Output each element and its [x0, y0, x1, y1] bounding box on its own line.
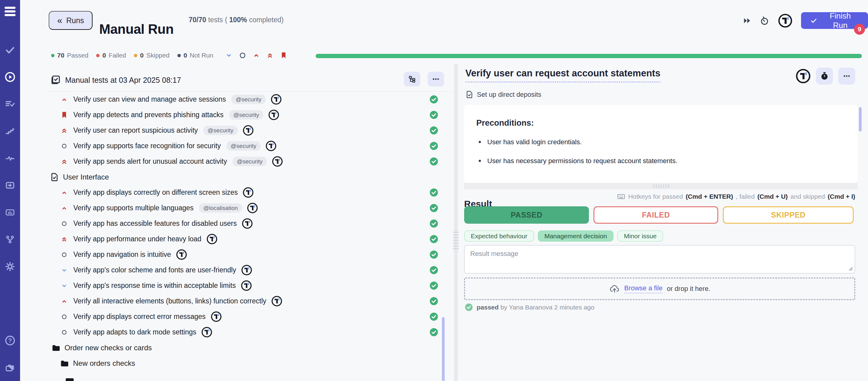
run-title: Manual tests at 03 Apr 2025 08:17	[65, 76, 181, 85]
passed-check-icon	[429, 297, 438, 306]
preconditions-scrollbar[interactable]	[859, 107, 862, 131]
priority-low-filter-icon[interactable]	[225, 51, 233, 60]
stat-passed: 70Passed	[51, 52, 88, 59]
time-tracking-button[interactable]	[816, 68, 833, 85]
back-to-runs-button[interactable]: « Runs	[49, 11, 93, 30]
test-list-scrollbar[interactable]	[442, 317, 445, 381]
panel-resize-handle[interactable]	[453, 230, 459, 251]
folder-row[interactable]: New orders checks	[45, 355, 454, 371]
priority-icon	[60, 143, 69, 150]
detail-more-button[interactable]	[838, 68, 855, 85]
notification-badge[interactable]: 9	[854, 24, 865, 35]
tag-badge[interactable]: @security	[229, 110, 264, 120]
test-row[interactable]: Verify app adapts to dark mode settings	[45, 324, 454, 340]
milestones-steps-icon[interactable]	[5, 126, 16, 137]
priority-icon	[60, 298, 69, 305]
test-row[interactable]: Verify app detects and prevents phishing…	[45, 107, 454, 123]
folder-icon	[51, 343, 60, 352]
passed-check-icon	[429, 141, 438, 150]
play-circle-icon[interactable]	[5, 71, 16, 83]
tag-badge[interactable]: @localisation	[199, 203, 242, 213]
testops-logo-icon[interactable]	[778, 13, 793, 28]
folder-row[interactable]: Order new checks or cards	[45, 340, 454, 355]
tag-badge[interactable]: @security	[203, 126, 238, 135]
precondition-item: User has valid login credentials.	[476, 138, 845, 146]
detail-actions	[788, 68, 855, 85]
test-title: Verify app's color scheme and fonts are …	[73, 266, 236, 274]
priority-filter-bar	[225, 51, 288, 60]
group-by-suite-button[interactable]	[404, 72, 420, 87]
test-title: Verify user can view and manage active s…	[73, 95, 226, 103]
projects-folders-icon[interactable]	[5, 362, 16, 373]
page-title: Manual Run	[99, 20, 174, 39]
priority-normal-filter-icon[interactable]	[238, 51, 247, 60]
passed-check-icon	[429, 328, 438, 337]
test-row[interactable]: Verify user can view and manage active s…	[45, 92, 454, 107]
testops-logo-icon[interactable]	[796, 68, 811, 84]
result-status-button[interactable]: PASSED	[464, 206, 589, 224]
skipped-dot-icon	[134, 54, 137, 57]
failed-dot-icon	[96, 54, 99, 57]
bookmark-filter-icon[interactable]	[279, 51, 288, 60]
priority-icon	[60, 329, 69, 336]
tests-percent: 100%	[229, 16, 247, 24]
reason-chip[interactable]: Expected behaviour	[464, 230, 534, 242]
help-icon[interactable]: ?	[5, 335, 16, 346]
test-row[interactable]: Verify app's response time is within acc…	[45, 278, 454, 293]
menu-icon[interactable]	[5, 7, 16, 17]
branch-icon[interactable]	[5, 234, 16, 245]
test-detail-title[interactable]: Verify user can request account statemen…	[465, 68, 660, 83]
result-status-button[interactable]: FAILED	[593, 206, 718, 224]
priority-icon	[60, 205, 69, 212]
result-buttons: PASSEDFAILEDSKIPPED	[464, 206, 854, 224]
priority-highest-filter-icon[interactable]	[266, 51, 274, 60]
test-title: Verify app supports face recognition for…	[73, 142, 221, 150]
testops-logo-icon	[247, 202, 258, 214]
test-row[interactable]: Verify app has accessible features for d…	[45, 216, 454, 231]
test-row[interactable]: Verify app sends alert for unusual accou…	[45, 154, 454, 169]
reason-chip[interactable]: Minor issue	[617, 230, 663, 242]
gear-icon[interactable]	[5, 261, 16, 272]
passed-check-icon	[465, 303, 473, 311]
result-status-button[interactable]: SKIPPED	[723, 206, 854, 224]
hotkeys-hint: Hotkeys for passed(Cmd + ENTER) , failed…	[578, 192, 855, 201]
detail-suite-breadcrumb[interactable]: Set up direct deposits	[465, 90, 541, 99]
test-row[interactable]: Verify all interactive elements (buttons…	[45, 293, 454, 309]
priority-icon	[60, 267, 69, 274]
test-row[interactable]: Verify app supports face recognition for…	[45, 138, 454, 154]
test-row[interactable]: Verify app's color scheme and fonts are …	[45, 262, 454, 278]
check-icon[interactable]	[5, 44, 16, 55]
stopwatch-icon[interactable]	[760, 16, 769, 26]
test-row[interactable]: Verify app displays correct error messag…	[45, 309, 454, 324]
passed-check-icon	[429, 219, 438, 228]
list-check-icon[interactable]	[5, 99, 16, 109]
fast-forward-icon[interactable]	[743, 17, 751, 25]
passed-check-icon	[429, 203, 438, 213]
detail-resize-strip[interactable]	[464, 183, 858, 189]
sidebar: ?	[0, 0, 20, 381]
suite-row[interactable]: User Interface	[45, 169, 454, 185]
test-title: Verify app's response time is within acc…	[73, 282, 236, 290]
list-more-button[interactable]	[428, 72, 444, 87]
result-message-input[interactable]	[464, 245, 855, 274]
tag-badge[interactable]: @security	[232, 157, 267, 166]
priority-high-filter-icon[interactable]	[252, 51, 260, 60]
tag-badge[interactable]: @security	[231, 95, 266, 104]
browse-file-link[interactable]: Browse a file	[624, 284, 662, 293]
login-box-icon[interactable]	[5, 180, 16, 191]
test-row[interactable]: Verify app navigation is intuitive	[45, 247, 454, 262]
priority-icon	[60, 111, 69, 119]
test-row[interactable]: Verify app performance under heavy load	[45, 231, 454, 247]
file-dropzone[interactable]: Browse a file or drop it here.	[464, 278, 855, 300]
priority-icon	[60, 189, 69, 196]
bar-chart-icon[interactable]	[5, 207, 16, 218]
test-row[interactable]: Verify user can report suspicious activi…	[45, 123, 454, 138]
testops-logo-icon	[241, 264, 252, 276]
test-row[interactable]: Verify app displays correctly on differe…	[45, 185, 454, 200]
activity-pulse-icon[interactable]	[5, 153, 16, 164]
tests-end-text: completed)	[249, 16, 284, 24]
tag-badge[interactable]: @security	[226, 141, 261, 151]
test-title: Verify user can report suspicious activi…	[73, 126, 198, 134]
test-row[interactable]: Verify app supports multiple languages @…	[45, 200, 454, 216]
reason-chip[interactable]: Management decision	[538, 230, 614, 242]
